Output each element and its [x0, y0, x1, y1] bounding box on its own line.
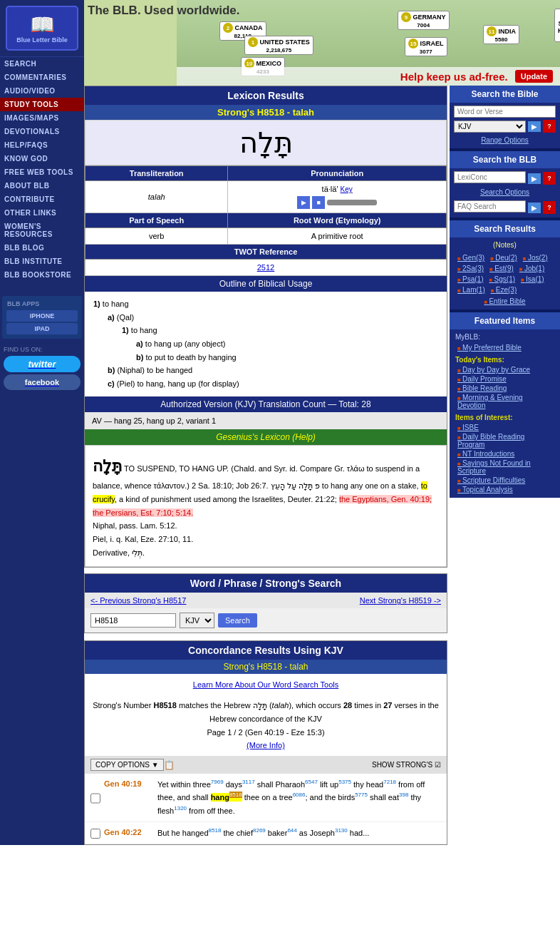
sidebar-item-images-maps[interactable]: Images/Maps	[0, 111, 84, 125]
faq-go-button[interactable]: ▶	[528, 203, 541, 213]
result-2sa[interactable]: 2Sa(3)	[455, 264, 486, 273]
word-search-section: Word / Phrase / Strong's Search <- Previ…	[84, 573, 447, 633]
result-gen[interactable]: Gen(3)	[455, 253, 487, 262]
result-est[interactable]: Est(9)	[487, 264, 516, 273]
outline-header: Outline of Biblical Usage	[85, 276, 447, 292]
verse-row-gen-40-22: Gen 40:22 But he hanged8518 the chief826…	[85, 822, 447, 844]
todays-item-1[interactable]: Day by Day by Grace	[455, 365, 554, 374]
word-search-input[interactable]	[90, 613, 176, 628]
lexicon-section: Lexicon Results Strong's H8518 - talah ת…	[84, 86, 447, 568]
result-psa[interactable]: Psa(1)	[455, 275, 486, 284]
copy-options-button[interactable]: COPY OPTIONS ▼	[90, 759, 164, 771]
twot-link[interactable]: 2512	[257, 263, 274, 272]
todays-item-3[interactable]: Bible Reading	[455, 384, 554, 393]
outline-1b: b) (Niphal) to be hanged	[108, 364, 438, 377]
facebook-button[interactable]: facebook	[4, 374, 81, 390]
map-us: 1 UNITED STATES2,218,675	[244, 36, 313, 55]
faq-red-button[interactable]: ?	[543, 201, 556, 214]
sidebar-item-contribute[interactable]: Contribute	[0, 193, 84, 206]
main-content: Lexicon Results Strong's H8518 - talah ת…	[84, 86, 447, 845]
word-search-button[interactable]: Search	[218, 613, 257, 628]
social-title: Find us on:	[4, 346, 81, 353]
map-israel: 15 ISRAEL3077	[405, 37, 447, 56]
bible-search-go-button[interactable]: ▶	[528, 121, 541, 132]
app-iphone[interactable]: iPhone	[6, 310, 78, 322]
hebrew-word: תָּלָה	[85, 120, 447, 165]
audio-pause-button[interactable]: ■	[312, 196, 325, 209]
interest-item-6[interactable]: Topical Analysis	[455, 485, 554, 494]
result-isa[interactable]: Isa(1)	[519, 275, 546, 284]
interest-item-1[interactable]: ISBE	[455, 423, 554, 432]
sidebar-item-help-faqs[interactable]: Help/FAQs	[0, 138, 84, 152]
entire-bible-link[interactable]: Entire Bible	[455, 297, 554, 306]
sidebar-item-blb-blog[interactable]: BLB Blog	[0, 241, 84, 255]
nav-links: <- Previous Strong's H8517 Next Strong's…	[85, 593, 447, 608]
result-sgs[interactable]: Sgs(1)	[487, 275, 518, 284]
apps-title: BLB Apps	[5, 299, 79, 309]
pronunciation-header: Pronunciation	[228, 166, 447, 181]
sidebar-item-search[interactable]: Search	[0, 57, 84, 71]
result-lam[interactable]: Lam(1)	[455, 285, 487, 295]
concordance-strong: Strong's H8518 - talah	[85, 660, 447, 674]
gesenius-header: Gesenius's Lexicon (Help)	[85, 429, 447, 445]
concordance-body: Learn More About Our Word Search Tools	[85, 674, 447, 695]
sidebar-item-devotionals[interactable]: Devotionals	[0, 125, 84, 138]
update-button[interactable]: Update	[515, 70, 553, 83]
verse-checkbox-2[interactable]	[90, 828, 100, 839]
sidebar: 📖 Blue Letter Bible Search Commentaries …	[0, 0, 84, 845]
twot-header: TWOT Reference	[85, 245, 447, 260]
sidebar-item-know-god[interactable]: Know God	[0, 152, 84, 165]
sidebar-item-commentaries[interactable]: Commentaries	[0, 71, 84, 84]
learn-more-link[interactable]: Learn More About Our Word Search Tools	[193, 680, 338, 689]
myblb-label: MyBLB:	[455, 333, 554, 341]
interest-item-5[interactable]: Scripture Difficulties	[455, 476, 554, 485]
result-job[interactable]: Job(1)	[517, 264, 546, 273]
lexiconc-go-button[interactable]: ▶	[528, 173, 541, 184]
gesenius-hebrew: תָּלָה	[93, 457, 122, 475]
interest-item-2[interactable]: Daily Bible Reading Program	[455, 432, 554, 449]
lexiconc-input[interactable]	[454, 171, 526, 183]
todays-item-4[interactable]: Morning & Evening Devotion	[455, 393, 554, 410]
audio-play-button[interactable]: ▶	[297, 196, 310, 209]
sidebar-item-blb-bookstore[interactable]: BLB Bookstore	[0, 268, 84, 282]
prev-strong-link[interactable]: <- Previous Strong's H8517	[90, 596, 186, 605]
interest-item-3[interactable]: NT Introductions	[455, 449, 554, 459]
header-map: The BLB. Used worldwide. 2 CANADA82,118 …	[84, 0, 560, 86]
sidebar-item-free-web-tools[interactable]: Free Web Tools	[0, 165, 84, 179]
verse-checkbox-1[interactable]	[90, 779, 100, 817]
sidebar-item-audio-video[interactable]: Audio/Video	[0, 84, 84, 98]
concordance-title: Concordance Results Using KJV	[85, 641, 447, 660]
sidebar-item-other-links[interactable]: Other Links	[0, 206, 84, 220]
pronunciation-key-link[interactable]: Key	[341, 185, 353, 193]
outline-1a1a: a) to hang up (any object)	[136, 337, 438, 351]
sidebar-item-womens-resources[interactable]: Women's Resources	[0, 220, 84, 241]
more-info-link[interactable]: (More Info)	[247, 741, 285, 749]
interest-item-4[interactable]: Sayings Not Found in Scripture	[455, 459, 554, 476]
app-ipad[interactable]: iPad	[6, 323, 78, 334]
sidebar-item-about-blb[interactable]: About BLB	[0, 179, 84, 193]
result-jos[interactable]: Jos(2)	[521, 253, 550, 262]
featured-body: MyBLB: My Preferred Bible Today's Items:…	[450, 329, 560, 498]
bible-search-red-button[interactable]: ?	[543, 120, 556, 133]
next-strong-link[interactable]: Next Strong's H8519 ->	[360, 596, 441, 605]
lexiconc-red-button[interactable]: ?	[543, 172, 556, 185]
bible-version-select[interactable]: KJV	[454, 121, 526, 133]
result-deu[interactable]: Deu(2)	[488, 253, 519, 262]
transliteration-value: talah	[85, 181, 228, 213]
apps-section: BLB Apps iPhone iPad	[2, 296, 82, 339]
outline-1a: a) (Qal) 1) to hang a) to hang up (any o…	[108, 311, 438, 364]
notes-label: (Notes)	[455, 241, 554, 249]
search-options-link[interactable]: Search Options	[454, 187, 556, 198]
word-or-verse-input[interactable]	[454, 106, 556, 118]
site-tagline: The BLB. Used worldwide.	[88, 4, 239, 18]
sidebar-item-blb-institute[interactable]: BLB Institute	[0, 255, 84, 268]
sidebar-item-study-tools[interactable]: Study Tools	[0, 98, 84, 111]
faq-search-input[interactable]	[454, 200, 526, 213]
preferred-bible-link[interactable]: My Preferred Bible	[455, 343, 554, 352]
verse-row-gen-40-19: Gen 40:19 Yet within three7969 days3117 …	[85, 774, 447, 822]
word-search-version-select[interactable]: KJV	[180, 613, 214, 628]
result-eze[interactable]: Eze(3)	[489, 285, 519, 295]
range-options-link[interactable]: Range Options	[454, 135, 556, 145]
twitter-button[interactable]: twitter	[4, 356, 81, 372]
todays-item-2[interactable]: Daily Promise	[455, 374, 554, 384]
